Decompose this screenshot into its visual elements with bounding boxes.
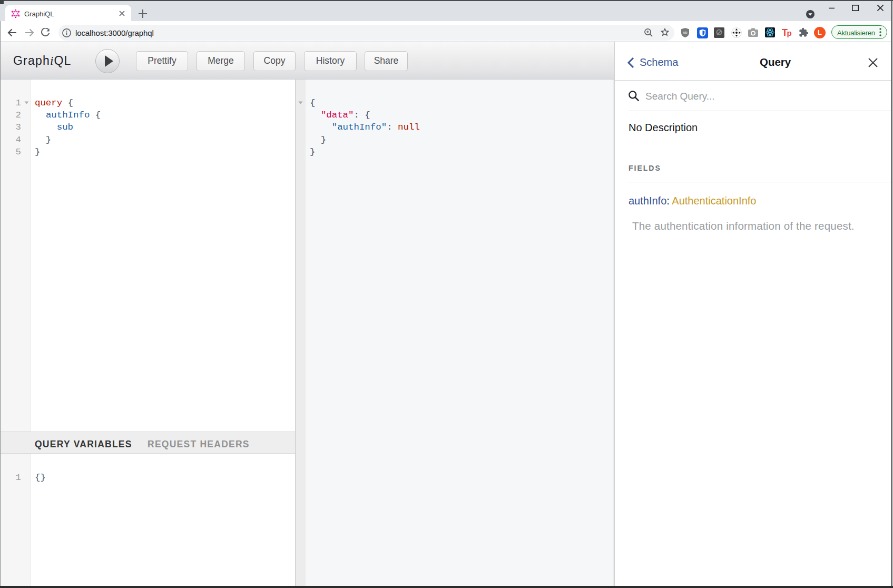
svg-text:UD: UD [683, 31, 687, 34]
